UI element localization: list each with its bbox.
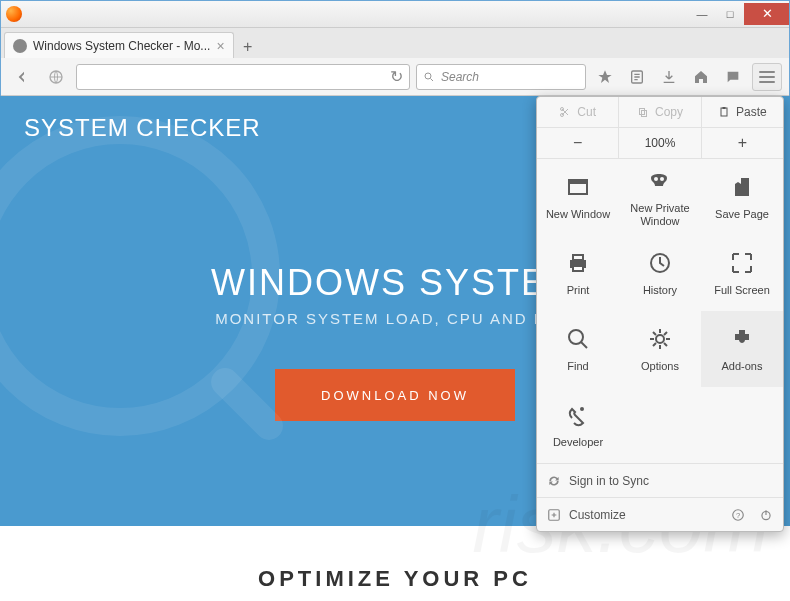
add-ons-icon <box>727 324 757 354</box>
paste-icon <box>718 106 730 118</box>
back-button[interactable] <box>8 63 36 91</box>
help-icon[interactable]: ? <box>731 508 745 522</box>
sync-icon <box>547 474 561 488</box>
tab-strip: Windows System Checker - Mo... × + <box>0 28 790 58</box>
menu-item-print[interactable]: Print <box>537 235 619 311</box>
downloads-icon[interactable] <box>656 64 682 90</box>
download-button[interactable]: DOWNLOAD NOW <box>275 369 515 421</box>
copy-icon <box>637 106 649 118</box>
new-window-icon <box>563 172 593 202</box>
find-icon <box>563 324 593 354</box>
menu-item-history[interactable]: History <box>619 235 701 311</box>
svg-text:?: ? <box>736 510 740 519</box>
menu-item-label: Save Page <box>715 208 769 221</box>
menu-cut-label: Cut <box>577 105 596 119</box>
new-private-window-icon <box>645 166 675 196</box>
svg-rect-10 <box>569 180 587 184</box>
developer-icon <box>563 400 593 430</box>
globe-icon <box>42 63 70 91</box>
menu-item-new-window[interactable]: New Window <box>537 159 619 235</box>
menu-item-label: History <box>643 284 677 297</box>
menu-item-find[interactable]: Find <box>537 311 619 387</box>
menu-item-save-page[interactable]: Save Page <box>701 159 783 235</box>
svg-point-17 <box>569 330 583 344</box>
menu-item-new-private-window[interactable]: New Private Window <box>619 159 701 235</box>
svg-point-11 <box>654 177 658 181</box>
reload-icon[interactable]: ↻ <box>390 67 403 86</box>
url-bar[interactable]: ↻ <box>76 64 410 90</box>
menu-paste[interactable]: Paste <box>702 97 783 127</box>
menu-sync[interactable]: Sign in to Sync <box>537 463 783 497</box>
menu-sync-label: Sign in to Sync <box>569 474 649 488</box>
svg-rect-14 <box>573 255 583 260</box>
zoom-out-button[interactable]: − <box>537 128 619 158</box>
menu-paste-label: Paste <box>736 105 767 119</box>
search-icon <box>423 71 435 83</box>
hero-watermark <box>0 116 280 436</box>
svg-point-19 <box>580 407 584 411</box>
options-icon <box>645 324 675 354</box>
svg-point-12 <box>660 177 664 181</box>
bookmark-icon[interactable] <box>592 64 618 90</box>
menu-item-options[interactable]: Options <box>619 311 701 387</box>
navigation-toolbar: ↻ Search <box>0 58 790 96</box>
save-page-icon <box>727 172 757 202</box>
zoom-in-button[interactable]: + <box>702 128 783 158</box>
menu-item-developer[interactable]: Developer <box>537 387 619 463</box>
chat-icon[interactable] <box>720 64 746 90</box>
menu-item-label: New Private Window <box>623 202 697 228</box>
menu-button[interactable] <box>752 63 782 91</box>
svg-point-1 <box>425 73 431 79</box>
app-menu-panel: Cut Copy Paste − 100% + New WindowNew Pr… <box>536 96 784 532</box>
menu-item-label: Find <box>567 360 588 373</box>
menu-customize-row: Customize ? <box>537 497 783 531</box>
menu-item-label: Options <box>641 360 679 373</box>
menu-item-label: Print <box>567 284 590 297</box>
home-icon[interactable] <box>688 64 714 90</box>
window-close-button[interactable]: ✕ <box>744 3 790 25</box>
firefox-icon <box>6 6 22 22</box>
window-maximize-button[interactable]: □ <box>716 3 744 25</box>
cut-icon <box>559 106 571 118</box>
search-bar[interactable]: Search <box>416 64 586 90</box>
zoom-level: 100% <box>619 128 701 158</box>
menu-item-label: New Window <box>546 208 610 221</box>
menu-item-full-screen[interactable]: Full Screen <box>701 235 783 311</box>
history-icon <box>645 248 675 278</box>
menu-item-label: Developer <box>553 436 603 449</box>
menu-copy-label: Copy <box>655 105 683 119</box>
tab-title: Windows System Checker - Mo... <box>33 39 210 53</box>
search-placeholder: Search <box>441 70 479 84</box>
svg-rect-7 <box>721 108 727 116</box>
browser-tab[interactable]: Windows System Checker - Mo... × <box>4 32 234 58</box>
menu-customize-label: Customize <box>569 508 626 522</box>
reader-icon[interactable] <box>624 64 650 90</box>
menu-item-label: Add-ons <box>722 360 763 373</box>
svg-point-18 <box>656 335 664 343</box>
section-heading: OPTIMIZE YOUR PC <box>0 526 790 592</box>
power-icon[interactable] <box>759 508 773 522</box>
tab-favicon <box>13 39 27 53</box>
window-titlebar: — □ ✕ <box>0 0 790 28</box>
menu-customize[interactable]: Customize <box>547 508 626 522</box>
menu-cut[interactable]: Cut <box>537 97 619 127</box>
svg-rect-15 <box>573 266 583 271</box>
menu-item-add-ons[interactable]: Add-ons <box>701 311 783 387</box>
new-tab-button[interactable]: + <box>236 36 260 58</box>
print-icon <box>563 248 593 278</box>
menu-copy[interactable]: Copy <box>619 97 701 127</box>
tab-close-icon[interactable]: × <box>216 39 224 53</box>
svg-rect-8 <box>722 107 725 109</box>
plus-square-icon <box>547 508 561 522</box>
menu-item-label: Full Screen <box>714 284 770 297</box>
full-screen-icon <box>727 248 757 278</box>
window-minimize-button[interactable]: — <box>688 3 716 25</box>
